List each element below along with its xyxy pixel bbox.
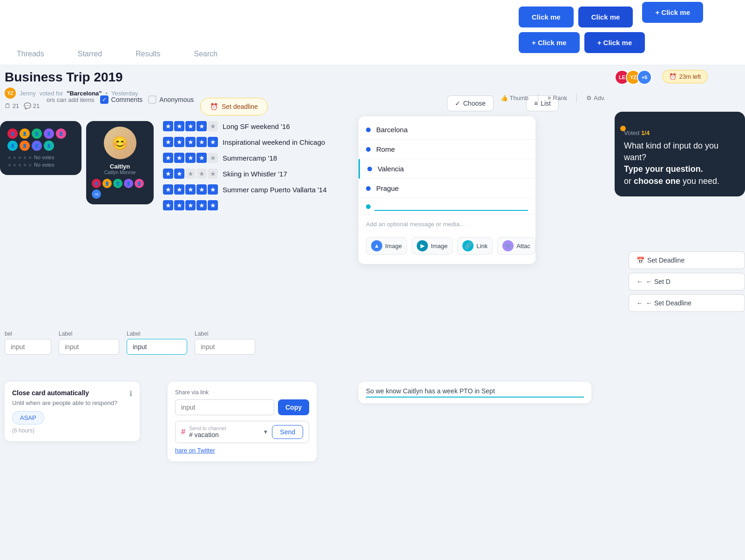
click-me-btn-3[interactable]: + Click me [642,2,703,23]
attach-icon: 📎 [502,240,514,251]
votes-1: 🗒 21 [5,102,19,109]
stars-3: ★ ★ ★ ★ ★ [163,153,218,163]
rating-item-5: ★ ★ ★ ★ ★ Summer camp Puerto Vallarta '1… [163,184,359,195]
option-rome[interactable]: Rome [359,140,535,159]
option-prague[interactable]: Prague [359,179,535,198]
rank-sort[interactable]: ≡ Rank [548,94,567,101]
option-label-prague: Prague [376,184,399,192]
click-me-btn-2[interactable]: Click me [578,7,633,27]
tab-search[interactable]: Search [187,44,225,65]
image-button-1[interactable]: ▲ Image [366,237,407,255]
option-label-rome: Rome [376,145,395,153]
attach-button[interactable]: 📎 Attac [497,237,535,255]
form-field-label-3: Label [195,331,255,355]
mini-av-9: 👤 [44,141,54,151]
voted-dot [620,126,626,131]
set-deadline-btn-3[interactable]: ← ← Set Deadline [629,294,745,312]
form-label-bel: bel [5,331,51,337]
hours-text: (6 hours) [12,427,132,434]
caitlyn-avatar: 😊 [104,127,136,159]
close-card-title: Close card automatically [12,389,132,397]
link-button[interactable]: 🔗 Link [457,237,493,255]
tab-threads[interactable]: Threads [9,44,52,65]
main-area: Business Trip 2019 YZ Jenny voted for "B… [0,65,745,560]
slack-icon: # [181,428,185,436]
image-button-2[interactable]: ▶ Image [412,237,453,255]
link-icon: 🔗 [462,240,474,251]
mini-av-7: 👤 [20,141,30,151]
rating-label-4: Skiing in Whistler '17 [223,170,287,178]
set-deadline-area: 📅 Set Deadline ← ← Set D ← ← Set Deadlin… [629,251,745,316]
info-icon[interactable]: ℹ [129,389,132,398]
option-new-input-row [359,198,535,215]
rating-list: ★ ★ ★ ★ ★ Long SF weekend '16 ★ ★ ★ ★ ★ … [163,121,359,216]
comments-checkbox[interactable]: ✓ [100,95,108,104]
anonymous-checkbox-container[interactable]: Anonymous [148,95,194,104]
face-4: 👤 [124,179,133,188]
mini-av-5: 👤 [56,128,66,139]
trip-title: Business Trip 2019 [5,70,466,85]
option-label-barcelona: Barcelona [376,126,408,134]
comments-checkbox-container[interactable]: ✓ Comments [100,95,143,104]
form-input-1[interactable] [59,339,119,355]
mini-av-1: 👤 [7,128,18,139]
tab-results[interactable]: Results [128,44,168,65]
voter-name: Jenny [20,90,36,97]
channel-dropdown-icon[interactable]: ▼ [263,429,268,435]
set-deadline-arrow-2: ← [637,278,643,285]
twitter-link[interactable]: hare on Twitter [175,447,309,454]
stars-5: ★ ★ ★ ★ ★ [163,184,218,195]
media-actions: ▲ Image ▶ Image 🔗 Link 📎 Attac [359,233,535,260]
send-button[interactable]: Send [272,425,303,439]
rating-label-2: Inspirational weekend in Chicago [223,138,325,146]
message-text: So we know Caitlyn has a week PTO in Sep… [366,387,584,398]
option-dot-2 [366,147,371,152]
copy-button[interactable]: Copy [278,399,309,415]
set-deadline-button[interactable]: ⏰ Set deadline [200,98,268,115]
anonymous-checkbox[interactable] [148,95,156,104]
form-input-3[interactable] [195,339,255,355]
option-label-valencia: Valencia [378,165,404,173]
mini-av-2: 👤 [20,128,30,139]
asap-button[interactable]: ASAP [12,411,44,425]
dark-profile-card-left: 👤 👤 👤 👤 👤 👤 👤 👤 👤 ★★★★★ No votes ★★★★★ N… [0,121,81,175]
send-to-channel-label: Send to channel [189,425,259,431]
set-deadline-btn-1[interactable]: 📅 Set Deadline [629,251,745,269]
rating-label-3: Summercamp '18 [223,154,277,162]
votes-2: 💬 21 [24,102,40,109]
set-deadline-btn-2[interactable]: ← ← Set D [629,273,745,290]
option-new-input[interactable] [374,202,528,211]
mini-avatar-grid: 👤 👤 👤 👤 👤 👤 👤 👤 👤 [7,128,74,151]
message-placeholder-text: Add an optional message or media... [359,215,535,233]
set-deadline-text-3: ← Set Deadline [646,299,691,307]
caitlyn-card: 😊 Caitlyn Caitlyn Monroe 👤 👤 👤 👤 👤 +6 [86,121,154,204]
sort-divider-2 [576,93,577,102]
adv-sort[interactable]: ⚙ Adv. [586,94,605,101]
share-link-input[interactable] [175,399,274,415]
click-me-btn-1[interactable]: Click me [519,7,574,27]
tab-starred[interactable]: Starred [70,44,109,65]
option-barcelona[interactable]: Barcelona [359,120,535,140]
thumb-sort[interactable]: 👍 Thumb [501,94,528,101]
image-label-2: Image [431,243,447,250]
form-input-bel[interactable] [5,339,51,355]
choose-label: Choose [463,100,486,107]
link-label: Link [476,243,488,250]
click-me-btn-4[interactable]: + Click me [519,32,580,53]
mini-av-3: 👤 [32,128,42,139]
sort-divider-1 [538,93,538,102]
avatar-more: +6 [637,70,652,85]
rating-label-5: Summer camp Puerto Vallarta '14 [223,186,327,194]
caitlyn-name: Caitlyn [92,163,148,170]
choose-button[interactable]: ✓ Choose [447,95,494,111]
option-dot-new [366,204,371,209]
option-valencia[interactable]: Valencia [359,159,535,179]
no-votes-row-2: ★★★★★ No votes [7,162,74,168]
set-deadline-text-2: ← Set D [646,278,670,285]
form-input-2[interactable] [127,339,187,355]
face-3: 👤 [113,179,122,188]
click-me-btn-5[interactable]: + Click me [584,32,645,53]
rating-item-2: ★ ★ ★ ★ ★ Inspirational weekend in Chica… [163,137,359,147]
form-label-1: Label [59,331,119,337]
image-icon-2: ▶ [417,240,428,251]
